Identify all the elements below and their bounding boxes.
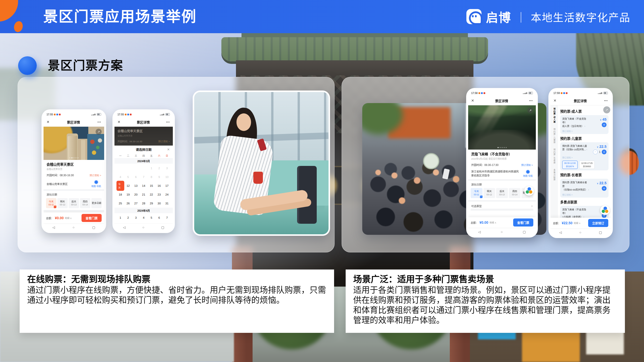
close-icon[interactable]: ✕ xyxy=(471,99,474,103)
time-slot[interactable]: 12:00-17:25余39950 xyxy=(579,161,594,169)
ticket-card[interactable]: 预约票-灵隐飞来峰长者票（仅限60-69周岁购买） ¥ 22.5 ＋ 预订须知 … xyxy=(560,179,609,198)
miniapp-cluster-icon[interactable] xyxy=(600,205,610,215)
calendar-day[interactable]: 27 xyxy=(132,199,140,207)
calendar-day[interactable]: 26 xyxy=(124,199,132,207)
android-back-icon[interactable]: ◁ xyxy=(559,231,562,234)
calendar-day[interactable]: 29 xyxy=(147,199,155,207)
calendar-day[interactable]: 4 xyxy=(140,213,148,222)
android-back-icon[interactable]: ◁ xyxy=(52,225,55,229)
share-icon[interactable]: ↗ xyxy=(527,107,533,113)
ticket-card[interactable]: 预约票-灵隐飞来峰儿童票（仅限6-18周岁购... ¥ 22.5 − 1 ＋ xyxy=(560,142,609,171)
date-chip[interactable]: 今天03-11✓ xyxy=(471,188,482,198)
mini-program-navbar: ✕ 景区详情 ••• xyxy=(550,96,611,105)
date-chip[interactable]: 后天03-13 xyxy=(496,188,508,198)
scenic-subname: 会稽山兜率天宫 xyxy=(47,167,101,171)
close-icon[interactable]: ✕ xyxy=(553,99,556,103)
date-section-label: 游玩日期 xyxy=(471,183,482,186)
ticket-category-tab[interactable]: 多景点联票 xyxy=(553,168,556,182)
map-navigation-link[interactable]: 地图·导航 xyxy=(523,170,533,177)
add-ticket-button[interactable]: ＋ xyxy=(602,150,607,154)
calendar-day[interactable]: 30 xyxy=(155,199,163,207)
android-back-icon[interactable]: ◁ xyxy=(478,230,481,234)
booking-notice-link[interactable]: 预订须知 > xyxy=(562,156,607,159)
nav-title: 景区详情 xyxy=(556,98,604,103)
more-icon[interactable]: ••• xyxy=(604,99,608,102)
calendar-day[interactable]: 21 xyxy=(140,190,148,199)
remove-ticket-button[interactable]: − xyxy=(593,150,598,154)
time-slot-selected[interactable]: 06:30-12:00余32674 xyxy=(562,161,578,169)
calendar-day[interactable]: 23 xyxy=(155,190,163,199)
map-navigation-link[interactable]: 地图·导航 xyxy=(91,180,101,188)
date-chip[interactable]: 明天03-12 xyxy=(484,188,495,198)
calendar-day[interactable]: 14 xyxy=(140,182,148,190)
android-recents-icon[interactable]: ▢ xyxy=(161,225,164,229)
miniapp-cluster-icon[interactable] xyxy=(524,186,534,196)
more-icon[interactable]: ••• xyxy=(529,99,533,102)
calendar-day[interactable]: 6 xyxy=(155,213,163,222)
battery-icon xyxy=(603,92,608,94)
calendar-day[interactable]: 22 xyxy=(147,190,155,199)
share-icon[interactable]: ↗ xyxy=(603,106,610,113)
close-icon[interactable]: ✕ xyxy=(47,120,50,124)
book-now-button[interactable]: 立即预订 xyxy=(588,219,608,227)
share-icon[interactable]: ↗ xyxy=(96,129,102,135)
calendar-day[interactable]: 3 xyxy=(132,213,140,222)
add-ticket-button[interactable]: ＋ xyxy=(602,122,607,127)
calendar-day[interactable]: 13 xyxy=(132,182,140,190)
more-icon[interactable]: ••• xyxy=(97,120,101,123)
android-recents-icon[interactable]: ▢ xyxy=(599,231,602,234)
date-chip[interactable]: 更多日期 xyxy=(91,198,102,208)
android-home-icon[interactable]: ○ xyxy=(501,230,503,234)
calendar-day[interactable]: 31 xyxy=(163,199,171,207)
more-icon[interactable]: ••• xyxy=(166,120,170,123)
android-recents-icon[interactable]: ▢ xyxy=(92,225,95,229)
calendar-day[interactable]: 24 xyxy=(163,190,171,199)
android-home-icon[interactable]: ○ xyxy=(142,225,144,229)
booking-notice-link[interactable]: 预订须知 > xyxy=(562,193,607,196)
date-chip[interactable]: 周四03-14 xyxy=(80,198,90,208)
phone-mockup-ticket-list: 17:59 ▂▄▆ ✕ 景区详情 ••• 预约票-成人票预约票-儿童票预约票-长… xyxy=(548,88,613,238)
booking-notice-link[interactable]: 预订须知 > xyxy=(521,163,533,167)
ticket-category-tab[interactable]: 预约票-儿童票 xyxy=(553,128,556,144)
date-chip[interactable]: 明天03-12 xyxy=(57,198,68,208)
detail-toggle[interactable]: 明细 ∧ xyxy=(574,221,581,225)
calendar-day[interactable]: 5 xyxy=(147,213,155,222)
calendar-day[interactable]: 2 xyxy=(124,213,132,222)
add-ticket-button[interactable]: ＋ xyxy=(602,186,607,191)
android-recents-icon[interactable]: ▢ xyxy=(523,230,526,234)
android-back-icon[interactable]: ◁ xyxy=(123,225,126,229)
android-home-icon[interactable]: ○ xyxy=(579,231,581,234)
close-icon[interactable]: ✕ xyxy=(117,120,120,124)
calendar-day[interactable]: 15 xyxy=(147,182,155,190)
calendar-day[interactable]: 28 xyxy=(140,199,148,207)
ticket-card[interactable]: 灵隐飞来峰（不含灵隐寺）成人票（当日有效） ¥ 45 ＋ 预订须知 > xyxy=(560,115,609,134)
calendar-day[interactable]: 16 xyxy=(155,182,163,190)
calendar-day[interactable]: 25 xyxy=(116,199,124,207)
calendar-day[interactable]: 12 xyxy=(124,182,132,190)
date-chip[interactable]: 周四03-14 xyxy=(509,188,521,198)
view-tickets-button[interactable]: 查看门票 xyxy=(513,218,533,227)
detail-toggle[interactable]: 明细 ∧ xyxy=(65,216,72,220)
android-home-icon[interactable]: ○ xyxy=(72,225,74,229)
calendar-day[interactable]: 1 xyxy=(116,213,124,222)
booking-notice-link[interactable]: 预订须知 > xyxy=(90,173,101,177)
calendar-day[interactable]: 今天 xyxy=(116,182,124,190)
search-icon[interactable]: ⌕ xyxy=(530,204,534,208)
detail-toggle[interactable]: 明细 ∧ xyxy=(490,221,496,224)
booking-notice-link[interactable]: 预订须知 > xyxy=(562,129,607,132)
calendar-day[interactable]: 17 xyxy=(163,182,171,190)
ticket-category-tab[interactable]: 预约票-成人票 xyxy=(553,107,556,124)
calendar-day[interactable]: 19 xyxy=(124,190,132,199)
calendar-day[interactable]: 18 xyxy=(116,190,124,199)
modal-close-icon[interactable]: ✕ xyxy=(167,148,170,151)
ticket-category-rail: 预约票-成人票预约票-儿童票预约票-长者票多景点联票 xyxy=(550,105,558,218)
view-tickets-button[interactable]: 查看门票 xyxy=(82,214,102,222)
ticket-category-tab[interactable]: 预约票-长者票 xyxy=(553,148,556,164)
date-chip[interactable]: 今天03-11✓ xyxy=(46,198,56,208)
date-chip[interactable]: 后天03-13 xyxy=(69,198,79,208)
calendar-day[interactable]: 20 xyxy=(132,190,140,199)
calendar-day: 3 xyxy=(163,164,171,172)
info-box-wide-scenarios: 场景广泛：适用于多种门票售卖场景 适用于各类门票销售和管理的场景。例如，景区可以… xyxy=(346,269,625,333)
page-title: 景区门票应用场景举例 xyxy=(43,0,197,33)
calendar-day[interactable]: 7 xyxy=(163,213,171,222)
